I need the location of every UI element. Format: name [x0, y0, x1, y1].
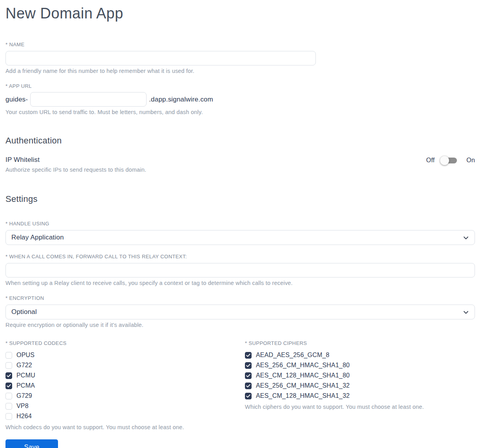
- checkbox-row-h264[interactable]: H264: [5, 411, 245, 421]
- checkbox-checked-icon[interactable]: [245, 352, 252, 359]
- checkbox-checked-icon[interactable]: [5, 383, 12, 389]
- checkbox-label: PCMU: [16, 372, 35, 379]
- new-domain-app-form: New Domain App * NAME Add a friendly nam…: [0, 0, 482, 448]
- checkbox-label: OPUS: [16, 352, 34, 359]
- name-helper: Add a friendly name for this number to h…: [5, 68, 475, 74]
- chevron-down-icon: [463, 235, 469, 241]
- settings-heading: Settings: [5, 194, 475, 204]
- checkbox-label: AEAD_AES_256_GCM_8: [256, 352, 330, 359]
- save-button[interactable]: Save: [5, 439, 58, 448]
- checkbox-checked-icon[interactable]: [245, 362, 252, 369]
- checkbox-row-aes_256_cm_hmac_sha1_32[interactable]: AES_256_CM_HMAC_SHA1_32: [245, 381, 475, 391]
- toggle-on-label: On: [466, 157, 475, 164]
- checkbox-label: AES_256_CM_HMAC_SHA1_80: [256, 362, 350, 369]
- app-url-row: guides- .dapp.signalwire.com: [5, 92, 475, 107]
- checkbox-row-aead_aes_256_gcm_8[interactable]: AEAD_AES_256_GCM_8: [245, 350, 475, 360]
- checkbox-unchecked-icon[interactable]: [5, 413, 12, 420]
- checkbox-label: AES_CM_128_HMAC_SHA1_32: [256, 392, 350, 399]
- chevron-down-icon: [463, 310, 469, 315]
- checkbox-checked-icon[interactable]: [245, 372, 252, 379]
- checkbox-unchecked-icon[interactable]: [5, 352, 12, 359]
- ip-whitelist-toggle-group: Off On: [426, 157, 475, 164]
- checkbox-row-vp8[interactable]: VP8: [5, 401, 245, 411]
- authentication-heading: Authentication: [5, 135, 475, 146]
- toggle-knob-icon: [440, 156, 449, 165]
- checkbox-unchecked-icon[interactable]: [5, 403, 12, 410]
- ip-whitelist-toggle[interactable]: [441, 158, 457, 163]
- page-title: New Domain App: [5, 4, 475, 23]
- ciphers-helper: Which ciphers do you want to support. Yo…: [245, 404, 475, 410]
- app-url-prefix: guides-: [5, 96, 28, 103]
- checkbox-checked-icon[interactable]: [245, 393, 252, 399]
- checkbox-label: VP8: [16, 403, 29, 410]
- supported-codecs-label: * SUPPORTED CODECS: [5, 340, 245, 346]
- codecs-checkbox-list: OPUSG722PCMUPCMAG729VP8H264: [5, 350, 245, 421]
- app-url-suffix: .dapp.signalwire.com: [149, 96, 213, 103]
- checkbox-label: G722: [16, 362, 32, 369]
- ip-whitelist-label: IP Whitelist: [5, 156, 146, 164]
- codecs-helper: Which codecs do you want to support. You…: [5, 424, 245, 431]
- checkbox-row-opus[interactable]: OPUS: [5, 350, 245, 360]
- checkbox-row-pcma[interactable]: PCMA: [5, 381, 245, 391]
- checkbox-unchecked-icon[interactable]: [5, 393, 12, 399]
- checkbox-unchecked-icon[interactable]: [5, 362, 12, 369]
- supported-codecs-group: * SUPPORTED CODECS OPUSG722PCMUPCMAG729V…: [5, 340, 245, 448]
- relay-context-helper: When setting up a Relay client to receiv…: [5, 280, 475, 287]
- handle-using-value: Relay Application: [11, 234, 64, 241]
- app-url-helper: Your custom URL to send traffic to. Must…: [5, 109, 475, 116]
- name-label: * NAME: [5, 42, 475, 47]
- handle-using-select[interactable]: Relay Application: [5, 230, 475, 245]
- relay-context-input[interactable]: [5, 263, 475, 278]
- checkbox-label: AES_256_CM_HMAC_SHA1_32: [256, 382, 350, 389]
- checkbox-label: PCMA: [16, 382, 35, 389]
- toggle-off-label: Off: [426, 157, 435, 164]
- checkbox-label: AES_CM_128_HMAC_SHA1_80: [256, 372, 350, 379]
- encryption-helper: Require encryption or optionally use it …: [5, 322, 475, 328]
- encryption-select[interactable]: Optional: [5, 305, 475, 319]
- handle-using-label: * HANDLE USING: [5, 221, 475, 227]
- checkbox-row-aes_cm_128_hmac_sha1_32[interactable]: AES_CM_128_HMAC_SHA1_32: [245, 391, 475, 401]
- codecs-ciphers-section: * SUPPORTED CODECS OPUSG722PCMUPCMAG729V…: [5, 340, 475, 448]
- ciphers-checkbox-list: AEAD_AES_256_GCM_8AES_256_CM_HMAC_SHA1_8…: [245, 350, 475, 401]
- supported-ciphers-label: * SUPPORTED CIPHERS: [245, 340, 475, 346]
- checkbox-row-aes_cm_128_hmac_sha1_80[interactable]: AES_CM_128_HMAC_SHA1_80: [245, 370, 475, 381]
- supported-ciphers-group: * SUPPORTED CIPHERS AEAD_AES_256_GCM_8AE…: [245, 340, 475, 410]
- encryption-value: Optional: [11, 308, 37, 316]
- ip-whitelist-row: IP Whitelist Authorize specific IPs to s…: [5, 156, 475, 173]
- app-url-label: * APP URL: [5, 83, 475, 89]
- checkbox-checked-icon[interactable]: [245, 383, 252, 389]
- checkbox-row-g729[interactable]: G729: [5, 391, 245, 401]
- checkbox-checked-icon[interactable]: [5, 372, 12, 379]
- ip-whitelist-text: IP Whitelist Authorize specific IPs to s…: [5, 156, 146, 173]
- name-input[interactable]: [5, 51, 316, 65]
- checkbox-row-aes_256_cm_hmac_sha1_80[interactable]: AES_256_CM_HMAC_SHA1_80: [245, 360, 475, 370]
- encryption-label: * ENCRYPTION: [5, 295, 475, 301]
- checkbox-row-g722[interactable]: G722: [5, 360, 245, 370]
- checkbox-row-pcmu[interactable]: PCMU: [5, 370, 245, 381]
- ip-whitelist-helper: Authorize specific IPs to send requests …: [5, 167, 146, 173]
- app-url-input[interactable]: [30, 92, 147, 107]
- checkbox-label: H264: [16, 413, 32, 420]
- relay-context-label: * WHEN A CALL COMES IN, FORWARD CALL TO …: [5, 254, 475, 259]
- checkbox-label: G729: [16, 392, 32, 399]
